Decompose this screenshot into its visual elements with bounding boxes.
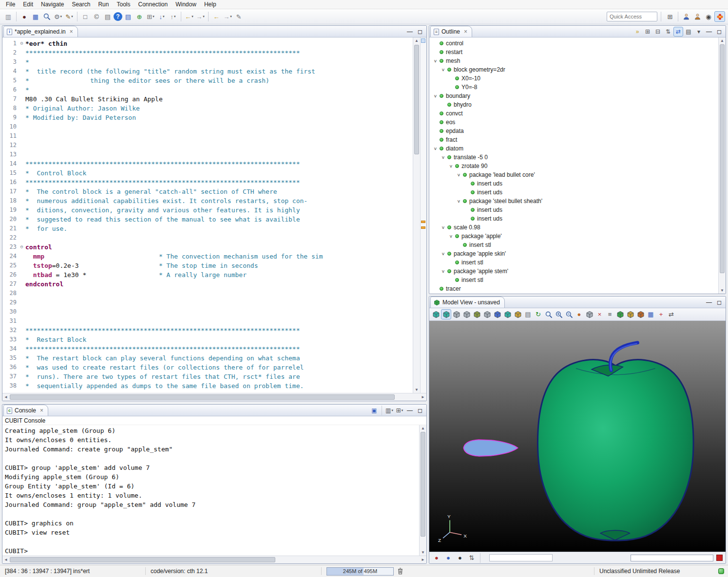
outline-item[interactable]: fract [429, 135, 718, 144]
snapshot-icon[interactable]: ▤ [523, 309, 533, 319]
outline-item[interactable]: insert stl [429, 258, 718, 267]
scroll-up-icon[interactable]: ▲ [413, 37, 420, 44]
menu-help[interactable]: Help [200, 0, 220, 9]
person-orange-icon[interactable] [692, 11, 703, 22]
grid-view-icon[interactable]: ▦ [646, 309, 656, 319]
shaded-view-icon[interactable] [502, 309, 513, 319]
dropdown-arrow-icon[interactable]: ▾ [192, 15, 193, 19]
view-back-icon[interactable] [472, 309, 482, 319]
console-horizontal-scrollbar[interactable]: ◄ ► [2, 556, 426, 563]
quick-access-input[interactable] [607, 12, 657, 21]
view-iso-icon[interactable] [431, 309, 441, 319]
help-icon[interactable]: ? [114, 12, 122, 21]
expand-all-icon[interactable]: ⊞ [643, 27, 652, 37]
menu-search[interactable]: Search [68, 0, 94, 9]
about-icon[interactable]: © [91, 11, 102, 22]
dropdown-arrow-icon[interactable]: ▾ [60, 15, 62, 19]
view-cycle-icon[interactable] [584, 309, 594, 319]
scroll-up-icon[interactable]: ▲ [420, 425, 426, 431]
outline-item[interactable]: vscale 0.98 [429, 223, 718, 232]
chevron-down-icon[interactable]: v [432, 93, 439, 98]
outline-item[interactable]: tracer [429, 284, 718, 293]
chevron-down-icon[interactable]: v [432, 146, 439, 151]
sort-az-icon[interactable]: ⇅ [466, 553, 477, 563]
open-console-icon[interactable]: ⊞▾ [395, 406, 404, 415]
swap-view-icon[interactable]: ⇄ [666, 309, 676, 319]
console-text-area[interactable]: Creating apple_stem (Group 6)It owns/enc… [2, 425, 419, 556]
menu-file[interactable]: File [2, 0, 19, 9]
minimize-icon[interactable]: — [405, 27, 415, 37]
outline-item[interactable]: vpackage 'apple skin' [429, 249, 718, 258]
next-annotation-icon[interactable]: →▾ [195, 11, 206, 22]
render-green-icon[interactable] [615, 309, 625, 319]
command-field[interactable] [489, 554, 553, 561]
scroll-down-icon[interactable]: ▼ [413, 387, 420, 393]
outline-item[interactable]: restart [429, 48, 718, 56]
outline-item[interactable]: vblock geometry=2dr [429, 65, 718, 74]
menu-window[interactable]: Window [172, 0, 200, 9]
chevron-down-icon[interactable]: v [440, 251, 446, 256]
add-item-icon[interactable]: ⊕ [134, 11, 145, 22]
clip-plane-icon[interactable]: ≡ [605, 309, 615, 319]
render-orange-icon[interactable] [635, 309, 646, 319]
eye-icon[interactable]: ◉ [703, 11, 714, 22]
chevron-down-icon[interactable]: v [456, 199, 462, 204]
outline-item[interactable]: control [429, 39, 718, 48]
highlight-wand-icon[interactable]: ✎▾ [64, 11, 75, 22]
outline-item[interactable]: insert uds [429, 214, 718, 223]
view-top-icon[interactable] [451, 309, 461, 319]
scroll-down-icon[interactable]: ▼ [420, 549, 426, 556]
wireframe-icon[interactable] [513, 309, 523, 319]
outline-item[interactable]: vzrotate 90 [429, 162, 718, 170]
zoom-in-icon[interactable] [554, 309, 564, 319]
menu-edit[interactable]: Edit [19, 0, 37, 9]
focus-icon[interactable]: » [632, 27, 642, 37]
save-icon[interactable]: ▥ [3, 11, 14, 22]
axis-toggle-icon[interactable]: + [656, 309, 666, 319]
view-bottom-icon[interactable] [482, 309, 492, 319]
outline-tab[interactable]: ≡ Outline × [430, 26, 472, 37]
editor-horizontal-scrollbar[interactable]: ◄ ► [2, 393, 426, 401]
chevron-down-icon[interactable]: v [448, 234, 454, 239]
data-table-icon[interactable]: ▦ [30, 11, 41, 22]
outline-item[interactable]: vboundary [429, 92, 718, 100]
chevron-down-icon[interactable]: v [440, 225, 446, 230]
outline-item[interactable]: epdata [429, 127, 718, 135]
outline-item[interactable]: vpackage 'lead bullet core' [429, 170, 718, 179]
search-model-icon[interactable] [41, 11, 52, 22]
zoom-box-icon[interactable] [543, 309, 554, 319]
dropdown-arrow-icon[interactable]: ▾ [174, 15, 176, 19]
perspective-icon[interactable] [492, 309, 502, 319]
chevron-down-icon[interactable]: v [440, 67, 446, 72]
chevron-down-icon[interactable]: v [448, 164, 454, 168]
refresh-graphics-icon[interactable]: ↻ [533, 309, 543, 319]
outline-item[interactable]: vmesh [429, 56, 718, 65]
minimize-icon[interactable]: — [405, 406, 415, 415]
select-dark-icon[interactable]: ● [455, 553, 465, 563]
outline-item[interactable]: insert uds [429, 179, 718, 188]
chevron-down-icon[interactable]: v [440, 269, 446, 274]
scroll-thumb[interactable] [421, 432, 425, 537]
pages-icon[interactable]: ▤ [123, 11, 134, 22]
back-icon[interactable]: ← [211, 11, 222, 22]
model-view-tab[interactable]: Model View - unsaved [430, 297, 505, 308]
outline-vertical-scrollbar[interactable]: ▲ ▼ [718, 37, 726, 294]
forward-icon[interactable]: →▾ [222, 11, 233, 22]
close-icon[interactable]: × [40, 408, 43, 413]
outline-item[interactable]: insert stl [429, 241, 718, 249]
display-console-icon[interactable]: ▥▾ [384, 406, 394, 415]
maximize-icon[interactable]: ◻ [415, 27, 425, 37]
dropdown-arrow-icon[interactable]: ▾ [391, 409, 393, 412]
sort-icon[interactable]: ⇅ [663, 27, 673, 37]
chevron-down-icon[interactable]: v [440, 155, 446, 160]
outline-item[interactable]: vpackage 'apple stem' [429, 267, 718, 276]
close-icon[interactable]: × [464, 29, 467, 35]
cubit-perspective-icon[interactable] [714, 11, 725, 22]
link-editor-icon[interactable]: ⇄ [673, 27, 683, 37]
outline-item[interactable]: Y0=-8 [429, 83, 718, 92]
dropdown-arrow-icon[interactable]: ▾ [163, 15, 165, 19]
zoom-out-icon[interactable] [564, 309, 574, 319]
fold-marker[interactable]: ⊖ [18, 39, 25, 48]
view-menu-icon[interactable]: ▾ [694, 27, 704, 37]
outline-item[interactable]: vtranslate -5 0 [429, 153, 718, 162]
